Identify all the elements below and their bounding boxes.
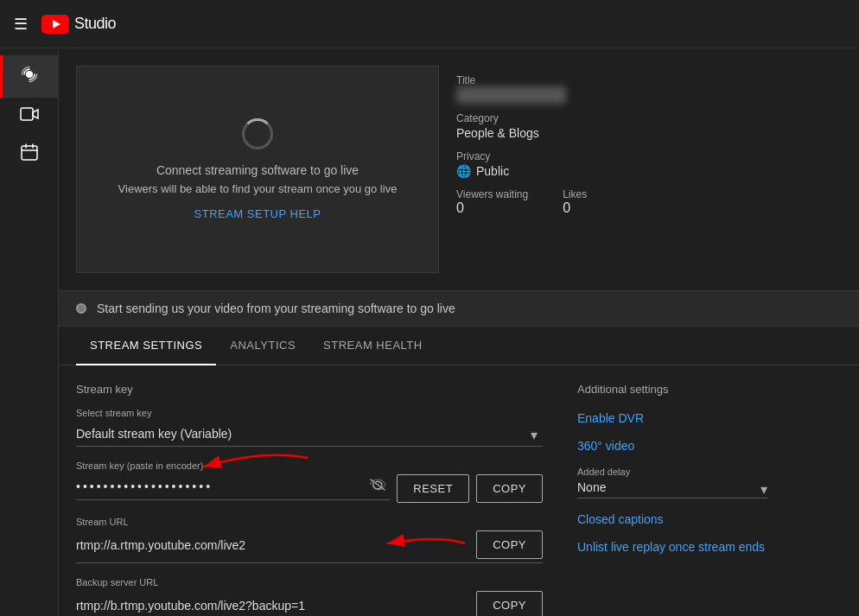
go-live-bar: Start sending us your video from your st… <box>59 290 859 327</box>
select-key-label: Select stream key <box>76 408 543 418</box>
category-value: People & Blogs <box>456 126 824 140</box>
additional-settings-title: Additional settings <box>577 383 767 396</box>
likes-value: 0 <box>563 200 587 216</box>
top-nav: ☰ Studio <box>0 0 859 48</box>
stream-url-row: Stream URL rtmp://a.rtmp.youtube.com/liv… <box>76 517 543 563</box>
preview-text1: Connect streaming software to go live <box>156 163 359 177</box>
privacy-value: Public <box>476 164 509 178</box>
enable-dvr-item[interactable]: Enable DVR <box>577 411 767 425</box>
stream-key-input[interactable] <box>76 479 359 493</box>
stream-key-select-wrapper: Default stream key (Variable) ▾ <box>76 422 543 447</box>
eye-off-icon <box>369 478 386 492</box>
stream-key-section: Stream key Select stream key Default str… <box>76 383 543 616</box>
loading-spinner <box>242 118 273 149</box>
youtube-logo-icon <box>41 15 69 34</box>
privacy-row: 🌐 Public <box>456 164 824 178</box>
sidebar-item-playlists[interactable] <box>0 135 58 174</box>
tab-analytics[interactable]: ANALYTICS <box>216 327 309 365</box>
title-label: Title <box>456 74 824 86</box>
backup-url-row: Backup server URL rtmp://b.rtmp.youtube.… <box>76 577 543 616</box>
viewers-label: Viewers waiting <box>456 188 528 200</box>
camera-icon <box>20 106 39 126</box>
tab-stream-settings[interactable]: STREAM SETTINGS <box>76 327 216 365</box>
sidebar-item-videos[interactable] <box>0 98 58 135</box>
backup-url-label: Backup server URL <box>76 577 543 587</box>
studio-label: Studio <box>74 15 116 33</box>
category-field: Category People & Blogs <box>456 112 824 140</box>
stream-key-title: Stream key <box>76 383 543 396</box>
main-content: Connect streaming software to go live Vi… <box>59 48 859 616</box>
svg-point-2 <box>26 71 33 78</box>
svg-rect-4 <box>22 146 37 160</box>
settings-area: Stream key Select stream key Default str… <box>59 365 859 616</box>
privacy-field: Privacy 🌐 Public <box>456 150 824 178</box>
additional-settings: Additional settings Enable DVR 360° vide… <box>577 383 767 616</box>
video360-item[interactable]: 360° video <box>577 439 767 453</box>
sidebar-item-live[interactable] <box>0 55 58 98</box>
status-dot <box>76 303 86 314</box>
stream-url-value: rtmp://a.rtmp.youtube.com/live2 <box>76 538 469 552</box>
unlist-replay-item[interactable]: Unlist live replay once stream ends <box>577 540 767 554</box>
reset-button[interactable]: RESET <box>397 474 469 503</box>
go-live-text: Start sending us your video from your st… <box>97 302 455 315</box>
stream-setup-help-link[interactable]: STREAM SETUP HELP <box>194 207 321 220</box>
stream-url-label: Stream URL <box>76 517 543 527</box>
preview-box: Connect streaming software to go live Vi… <box>76 66 439 273</box>
sidebar <box>0 48 59 616</box>
delay-label: Added delay <box>577 467 767 477</box>
delay-arrow-icon: ▾ <box>760 481 767 498</box>
stream-info-panel: Title ██████████ Category People & Blogs… <box>439 66 842 273</box>
likes-count: Likes 0 <box>563 188 587 216</box>
stream-key-label: Stream key (paste in encoder) <box>76 460 543 471</box>
privacy-label: Privacy <box>456 150 824 162</box>
backup-url-value-row: rtmp://b.rtmp.youtube.com/live2?backup=1… <box>76 591 543 616</box>
title-field: Title ██████████ <box>456 74 824 102</box>
live-icon <box>19 64 40 89</box>
title-value: ██████████ <box>456 86 566 104</box>
tabs-bar: STREAM SETTINGS ANALYTICS STREAM HEALTH <box>59 327 859 365</box>
calendar-icon <box>21 143 38 165</box>
stream-url-value-row: rtmp://a.rtmp.youtube.com/live2 COPY <box>76 530 543 563</box>
preview-text2: Viewers will be able to find your stream… <box>118 182 398 195</box>
stream-key-select[interactable]: Default stream key (Variable) <box>76 422 543 447</box>
delay-select-wrapper: None ▾ <box>577 480 767 499</box>
delay-select[interactable]: None <box>577 480 624 494</box>
stream-preview-area: Connect streaming software to go live Vi… <box>59 48 859 290</box>
hamburger-icon[interactable]: ☰ <box>14 15 28 34</box>
category-label: Category <box>456 112 824 124</box>
globe-icon: 🌐 <box>456 164 471 178</box>
stream-key-input-container <box>76 478 390 500</box>
viewers-likes-row: Viewers waiting 0 Likes 0 <box>456 188 824 216</box>
copy-backup-button[interactable]: COPY <box>476 591 543 616</box>
viewers-waiting: Viewers waiting 0 <box>456 188 528 216</box>
copy-key-button[interactable]: COPY <box>476 474 543 503</box>
toggle-visibility-button[interactable] <box>366 478 390 496</box>
likes-label: Likes <box>563 188 587 200</box>
tab-stream-health[interactable]: STREAM HEALTH <box>309 327 436 365</box>
backup-url-value: rtmp://b.rtmp.youtube.com/live2?backup=1 <box>76 599 469 613</box>
svg-rect-3 <box>21 108 33 120</box>
youtube-logo[interactable]: Studio <box>41 15 116 34</box>
viewers-value: 0 <box>456 200 528 216</box>
closed-captions-item[interactable]: Closed captions <box>577 512 767 526</box>
copy-url-button[interactable]: COPY <box>476 530 543 559</box>
